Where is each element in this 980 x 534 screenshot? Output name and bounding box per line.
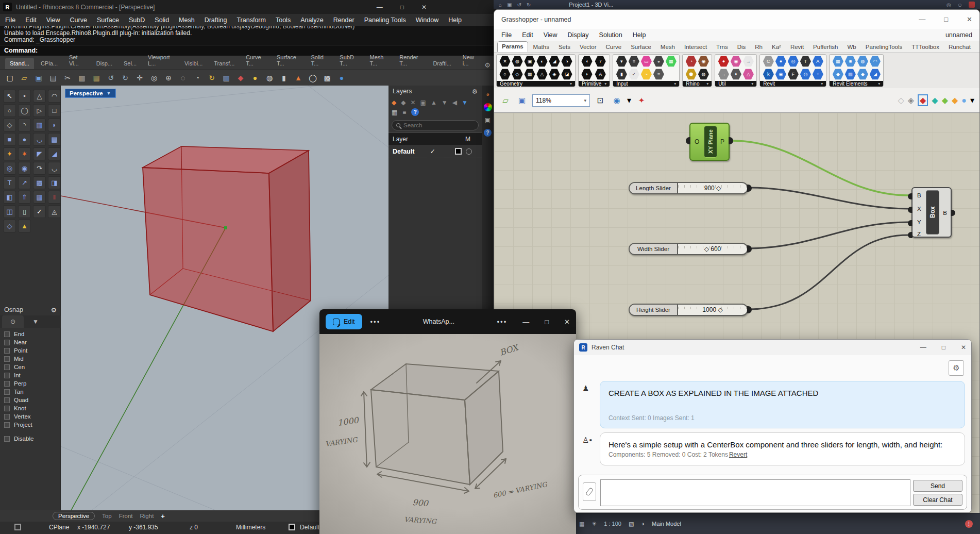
rv-8-icon[interactable]: ◎ [800, 69, 811, 80]
tab-perspective[interactable]: Perspective [53, 512, 95, 520]
checkbox[interactable] [4, 389, 10, 395]
bake-flame-icon[interactable]: ✦ [635, 94, 648, 107]
flask-icon[interactable]: △ [742, 69, 754, 80]
rve-1-icon[interactable]: ▦ [832, 56, 843, 67]
rhino-2-icon[interactable]: ⬢ [685, 69, 697, 80]
tool-icon[interactable]: ▤ [48, 133, 61, 146]
add-viewport-button[interactable]: + [161, 512, 165, 520]
tool-icon[interactable]: ✓ [33, 205, 46, 218]
checkbox[interactable] [4, 364, 10, 370]
gh-tab-sets[interactable]: Sets [554, 42, 575, 52]
preview-eye-icon[interactable]: ◉ [611, 94, 623, 107]
layers-search-input[interactable] [403, 122, 465, 128]
geo-6-icon[interactable]: ▦ [524, 69, 535, 80]
revit-save-icon[interactable]: ▣ [507, 2, 512, 8]
osnap-gear-icon[interactable]: ⚙ [51, 306, 57, 314]
revert-link[interactable]: Revert [729, 451, 747, 458]
attach-button[interactable] [583, 482, 596, 501]
toolbar-tab[interactable]: Render T... [395, 52, 426, 69]
osnap-item-near[interactable]: Near [4, 338, 61, 346]
gh-tab-mesh[interactable]: Mesh [656, 42, 679, 52]
knob-icon[interactable]: ◒ [653, 56, 664, 67]
tool-icon[interactable]: ↷ [33, 162, 46, 175]
gh-maximize-button[interactable]: □ [944, 15, 948, 23]
osnap-item-perp[interactable]: Perp [4, 379, 61, 388]
osnap-item-tan[interactable]: Tan [4, 388, 61, 396]
move-up-icon[interactable]: ▲ [431, 99, 437, 106]
rv-3-icon[interactable]: ● [775, 56, 786, 67]
gh-tab-ka²[interactable]: Ka² [768, 42, 785, 52]
raven-maximize-button[interactable]: □ [942, 344, 945, 351]
menu-solid[interactable]: Solid [155, 16, 169, 24]
gh-tab-revit[interactable]: Revit [786, 42, 808, 52]
rhino-minimize-button[interactable]: — [377, 4, 383, 11]
tool-icon[interactable]: ▯ [18, 205, 31, 218]
prim-4-icon[interactable]: A [595, 69, 606, 80]
current-layer-check-icon[interactable]: ✓ [430, 147, 435, 155]
tool-icon[interactable]: ◡ [48, 162, 61, 175]
height-slider-component[interactable]: Height Slider 1000 ◇ [629, 304, 748, 316]
toolbar-tab[interactable]: Transf... [209, 58, 239, 69]
tool-icon[interactable]: ✶ [18, 147, 31, 160]
toolbar-tab[interactable]: Set Vi... [64, 52, 90, 69]
tool-icon[interactable]: ▲ [18, 220, 31, 232]
gh-close-button[interactable]: ✕ [967, 15, 972, 23]
tool-icon[interactable]: ✦ [3, 147, 16, 160]
merge-icon[interactable]: ◉ [730, 56, 741, 67]
zoom-level-select[interactable]: 118% ▾ [532, 94, 590, 107]
geo-11-icon[interactable]: ◑ [561, 56, 572, 67]
gh-tab-maths[interactable]: Maths [529, 42, 553, 52]
lock-icon[interactable] [14, 524, 21, 530]
panel-icon[interactable]: ▥ [221, 72, 232, 84]
toolbar-tab[interactable]: Sel... [119, 58, 141, 69]
main-model-label[interactable]: Main Model [652, 521, 681, 527]
tool-icon[interactable]: ▦ [33, 191, 46, 204]
tab-right[interactable]: Right [140, 513, 154, 519]
tool-icon[interactable]: ◯ [18, 104, 31, 117]
new-file-icon[interactable]: ▢ [4, 72, 15, 84]
photos-maximize-button[interactable]: □ [545, 318, 549, 326]
revit-search-icon[interactable]: ◎ [947, 2, 951, 8]
tool-icon[interactable]: ◤ [33, 147, 46, 160]
toolbar-tab[interactable]: Disp... [92, 58, 117, 69]
gh-menu-solution[interactable]: Solution [599, 31, 622, 39]
new-sublayer-icon[interactable]: ◆ [401, 99, 405, 106]
length-slider-component[interactable]: Length Slider 900 ◇ [629, 182, 748, 194]
menu-mesh[interactable]: Mesh [179, 16, 195, 24]
checkbox[interactable] [4, 397, 10, 403]
delete-layer-icon[interactable]: ✕ [410, 99, 415, 106]
rve-8-icon[interactable]: ◢ [869, 69, 881, 80]
move-down-icon[interactable]: ▼ [442, 99, 448, 106]
osnap-item-vertex[interactable]: Vertex [4, 412, 61, 421]
value-list-icon[interactable]: ≡ [628, 56, 639, 67]
revit-home-icon[interactable]: ⌂ [499, 2, 502, 8]
layer-color-swatch[interactable] [455, 148, 462, 155]
photos-close-button[interactable]: ✕ [564, 318, 570, 326]
copy-icon[interactable]: ▥ [76, 72, 88, 84]
raven-minimize-button[interactable]: — [920, 344, 926, 351]
tool-icon[interactable]: • [18, 90, 31, 103]
slider-track[interactable]: 1000 ◇ [678, 305, 747, 315]
filter-tab[interactable]: ▼ [25, 315, 46, 328]
box-input-z[interactable]: Z [917, 231, 921, 237]
more-options-icon[interactable]: ••• [497, 318, 508, 326]
toolbar-tab[interactable]: Stand... [5, 58, 34, 69]
tool-icon[interactable]: ↖ [3, 90, 16, 103]
tab-front[interactable]: Front [119, 513, 133, 519]
gh-menu-view[interactable]: View [544, 31, 557, 39]
xy-plane-component[interactable]: O XY Plane P [689, 123, 730, 161]
gumball-origin[interactable] [224, 226, 227, 229]
geo-8-icon[interactable]: △ [536, 69, 548, 80]
colour-icon[interactable]: ▦ [665, 56, 677, 67]
width-slider-component[interactable]: Width Slider ◇ 600 [629, 243, 748, 255]
gradient-icon[interactable]: ▭ [640, 56, 652, 67]
teal-gem-icon[interactable]: ◆ [932, 95, 938, 105]
panel-icon[interactable]: ▮ [616, 69, 627, 80]
menu-file[interactable]: File [5, 16, 15, 24]
monitor-tab-icon[interactable]: ▣ [483, 115, 492, 124]
undo-icon[interactable]: ↺ [105, 72, 116, 84]
geo-4-icon[interactable]: ◇ [512, 69, 523, 80]
menu-render[interactable]: Render [333, 16, 354, 24]
arrow-icon[interactable]: ▲ [293, 72, 304, 84]
print-icon[interactable]: ▤ [47, 72, 59, 84]
